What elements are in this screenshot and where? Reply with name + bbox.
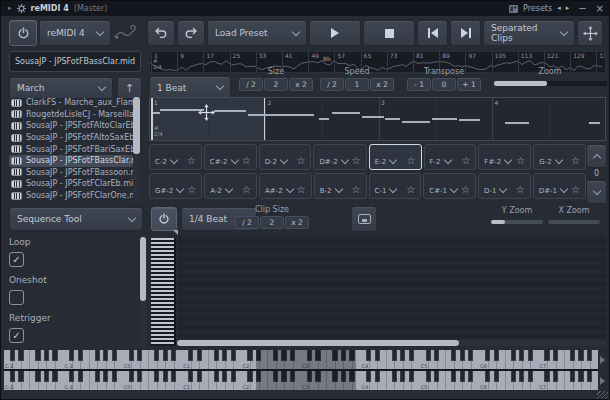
sequence-power-button[interactable]: [151, 207, 177, 231]
star-icon[interactable]: ☆: [516, 185, 525, 195]
note-cell[interactable]: B-2☆: [314, 173, 367, 199]
black-key[interactable]: [511, 350, 516, 361]
black-key[interactable]: [112, 371, 117, 382]
speed-double-button[interactable]: x 2: [370, 78, 394, 91]
input-keyboard-upper[interactable]: C-2C-1C0C1C2C3C4C5C6C7: [4, 350, 598, 369]
black-key[interactable]: [570, 350, 575, 361]
file-list-scroll-thumb[interactable]: [133, 97, 140, 154]
star-icon[interactable]: ☆: [516, 156, 525, 166]
keyboard-octave[interactable]: C-2: [4, 350, 63, 369]
black-key[interactable]: [570, 371, 575, 382]
black-key[interactable]: [129, 350, 134, 361]
keyboard-octave[interactable]: C5: [420, 350, 479, 369]
keyboard-octave[interactable]: C5: [420, 371, 479, 390]
star-icon[interactable]: ☆: [461, 156, 470, 166]
transpose-up-button[interactable]: + 1: [457, 78, 481, 91]
note-cell[interactable]: F-2☆: [424, 144, 477, 170]
black-key[interactable]: [460, 371, 465, 382]
beat-dropdown[interactable]: 1 Beat: [149, 76, 231, 99]
piano-roll-scroll-thumb[interactable]: [177, 340, 459, 346]
black-key[interactable]: [366, 350, 371, 361]
oneshot-checkbox[interactable]: [9, 290, 24, 305]
options-scroll-thumb[interactable]: [140, 237, 146, 301]
keyboard-scroll-right-icon[interactable]: [600, 377, 605, 385]
note-segment[interactable]: [319, 118, 329, 120]
black-key[interactable]: [95, 350, 100, 361]
note-cell[interactable]: C-2☆: [149, 144, 202, 170]
star-icon[interactable]: ☆: [352, 156, 361, 166]
black-key[interactable]: [366, 371, 371, 382]
note-segment[interactable]: [332, 112, 360, 114]
size-value[interactable]: 2: [264, 78, 288, 91]
black-key[interactable]: [103, 371, 108, 382]
black-key[interactable]: [171, 371, 176, 382]
file-item[interactable]: RougetdeLisleCJ - Marseillaise1792.mid: [9, 109, 133, 121]
keyboard-octave[interactable]: C4: [360, 371, 419, 390]
speed-half-button[interactable]: / 2: [320, 78, 344, 91]
gear-icon[interactable]: [17, 4, 26, 13]
black-key[interactable]: [468, 350, 473, 361]
note-segment[interactable]: [270, 114, 314, 116]
loop-checkbox[interactable]: ✓: [9, 252, 24, 267]
black-key[interactable]: [528, 350, 533, 361]
instance-selector-dropdown[interactable]: reMIDI 4: [39, 20, 111, 46]
transpose-down-button[interactable]: - 1: [407, 78, 431, 91]
black-key[interactable]: [578, 350, 583, 361]
clip-editor[interactable]: 1234 #2/4: [149, 97, 606, 141]
black-key[interactable]: [188, 371, 193, 382]
note-cell[interactable]: E-2☆: [369, 144, 422, 170]
star-icon[interactable]: ☆: [187, 156, 196, 166]
black-key[interactable]: [247, 371, 252, 382]
black-key[interactable]: [519, 350, 524, 361]
preset-prev-icon[interactable]: ◂: [557, 5, 561, 12]
file-item[interactable]: SousaJP - JPSFotFClarEb.mid: [9, 178, 133, 190]
play-button[interactable]: [309, 20, 361, 46]
black-key[interactable]: [375, 350, 380, 361]
chevron-down-icon[interactable]: [560, 185, 568, 193]
black-key[interactable]: [197, 371, 202, 382]
black-key[interactable]: [137, 350, 142, 361]
note-segment[interactable]: [362, 116, 384, 118]
note-segment[interactable]: [432, 118, 457, 120]
transpose-value[interactable]: 0: [432, 78, 456, 91]
chevron-down-icon[interactable]: [450, 185, 458, 193]
clip-size-double-button[interactable]: x 2: [285, 216, 309, 229]
x-zoom-slider[interactable]: [548, 220, 600, 224]
note-cell[interactable]: D-1☆: [478, 173, 531, 199]
black-key[interactable]: [18, 350, 23, 361]
keyboard-octave[interactable]: C6: [479, 371, 538, 390]
black-key[interactable]: [485, 350, 490, 361]
keyboard-octave[interactable]: C4: [360, 350, 419, 369]
black-key[interactable]: [44, 371, 49, 382]
skip-back-button[interactable]: [417, 20, 448, 46]
star-icon[interactable]: ☆: [242, 156, 251, 166]
black-key[interactable]: [485, 371, 490, 382]
note-cell[interactable]: G-2☆: [533, 144, 586, 170]
black-key[interactable]: [69, 371, 74, 382]
star-icon[interactable]: ☆: [407, 156, 416, 166]
note-cell[interactable]: D#-2☆: [313, 144, 366, 170]
black-key[interactable]: [222, 350, 227, 361]
chevron-down-icon[interactable]: [176, 185, 184, 193]
note-cell[interactable]: A#-2☆: [259, 173, 312, 199]
piano-roll-keys[interactable]: [151, 238, 176, 346]
keyboard-octave[interactable]: C-1: [63, 371, 122, 390]
close-button[interactable]: ×: [596, 4, 604, 14]
chevron-down-icon[interactable]: [280, 156, 288, 164]
plugin-power-button[interactable]: [9, 20, 37, 46]
black-key[interactable]: [188, 350, 193, 361]
chevron-down-icon[interactable]: [285, 185, 293, 193]
note-segment[interactable]: [385, 118, 400, 120]
black-key[interactable]: [154, 350, 159, 361]
keyboard-octave[interactable]: C-2: [4, 371, 63, 390]
skip-forward-button[interactable]: [450, 20, 481, 46]
black-key[interactable]: [171, 350, 176, 361]
keyboard-octave[interactable]: C1: [182, 371, 241, 390]
note-segment[interactable]: [214, 110, 246, 112]
black-key[interactable]: [426, 371, 431, 382]
black-key[interactable]: [451, 350, 456, 361]
black-key[interactable]: [112, 350, 117, 361]
speed-value[interactable]: 1: [345, 78, 369, 91]
tool-selector-dropdown[interactable]: Sequence Tool: [9, 207, 143, 231]
black-key[interactable]: [78, 350, 83, 361]
